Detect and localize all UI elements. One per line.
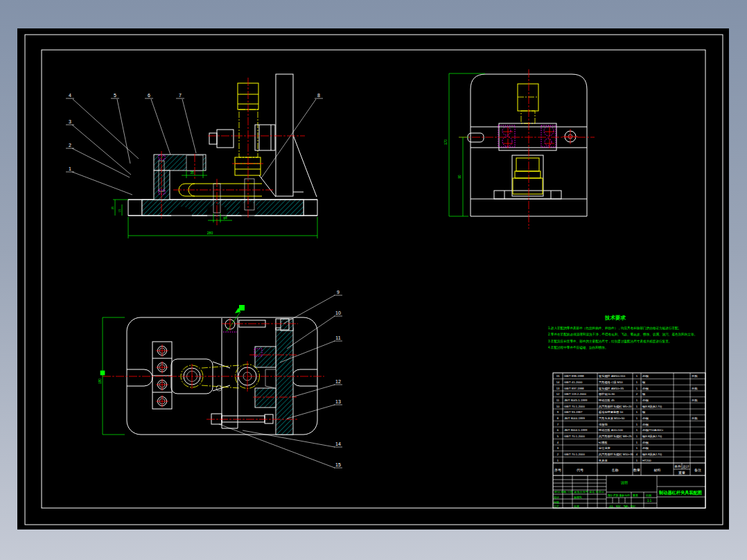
bom-cell: JB/T 8004.1-1999 [564, 428, 588, 432]
tech-line-3: 3.装配后应检查零件、部件的主要配合尺寸，特别是过盈配合尺寸及相关精度进行复查。 [548, 339, 671, 344]
bom-cell: GB/T 93-1987 [564, 410, 583, 414]
bom-cell: 移动压板 45 [599, 399, 615, 402]
callout-11: 11 [335, 335, 340, 340]
bom-cell: 钢 [642, 410, 645, 414]
bom-cell: 内六角圆柱头螺钉 M8×25 [599, 435, 632, 438]
drawing-title: 制动器杠杆夹具装配图 [658, 490, 702, 496]
bom-cell: 双头螺柱 AM10×110 [599, 374, 626, 378]
bom-cell: 连接轴 [599, 423, 608, 426]
callout-9: 9 [337, 290, 340, 295]
bom-cell: 45钢 [642, 374, 649, 378]
bom-header-name: 名称 [612, 468, 619, 472]
drawing-canvas: 4 5 6 7 8 3 2 1 [0, 0, 747, 560]
bom-cell: GB/T 897-1988 [564, 387, 584, 390]
callout-6: 6 [148, 93, 150, 98]
bom-cell: HT200 [642, 459, 651, 462]
callout-14: 14 [335, 441, 341, 446]
sheet-count: 共 张 第 张 [608, 505, 636, 508]
callout-3: 3 [69, 119, 71, 124]
approver-label: 批准 [574, 505, 579, 508]
bom-cell: 移动压板 A10×100 [599, 428, 623, 432]
bom-cell: 定位支座 [599, 446, 611, 450]
bom-cell: 45钢 [642, 441, 649, 444]
dim-front-height: 170 [444, 139, 448, 145]
dim-overall-width: 280 [207, 231, 213, 235]
callout-7: 7 [179, 93, 182, 98]
bom-header-weight: 重量 [678, 471, 685, 475]
scale-value: 1:1 [647, 499, 652, 502]
designer-label: 设计 [554, 496, 559, 499]
bom-cell: 45钢 [642, 423, 649, 426]
bom-cell: 钢8.8级(A2-70) [642, 405, 662, 408]
bom-cell: 45钢/T10A/40Cr [642, 428, 664, 432]
checker-label: 审核 [554, 500, 559, 504]
bom-cell: 45钢 [642, 446, 649, 450]
dim-pin: φ8 [223, 216, 227, 220]
dim-plan-width: 180 [98, 378, 102, 384]
bom-cell: 11 [556, 399, 560, 402]
bom-header-qty: 数量 [633, 468, 640, 472]
revision-row-labels: 标记 处数 分区 更改文件号 签名 年月日 [554, 490, 604, 493]
callout-4: 4 [69, 93, 71, 98]
dim-front-mid: 90 [458, 175, 462, 179]
callout-8: 8 [317, 93, 320, 98]
bom-cell: 圆柱销 6×30 [599, 392, 615, 396]
callout-10: 10 [335, 310, 341, 315]
bom-cell: GB/T 119.2-2000 [564, 392, 586, 396]
bom-cell: JB/T 8045.1-1999 [564, 399, 588, 402]
bom-cell: 14 [556, 380, 560, 384]
bom-cell: JB/T 8044-1999 [564, 417, 585, 420]
callout-13: 13 [335, 399, 341, 404]
bom-cell: GB/T 898-1988 [564, 374, 584, 378]
weight-label: 重量 [632, 493, 638, 497]
bom-cell: 钢8.8级(A2-70) [642, 453, 662, 456]
callout-15: 15 [335, 462, 341, 467]
tech-line-4: 4.装配过程中零件不应磕碰、划伤和锈蚀。 [548, 345, 608, 350]
bom-cell: 六角头支承 M10×50 [599, 417, 625, 420]
bom-header-remark: 备注 [694, 468, 701, 472]
bom-cell: 内六角圆柱头螺钉 M5×20 [599, 405, 632, 408]
callout-2: 2 [69, 143, 71, 148]
bom-cell: 钻模板 [598, 441, 608, 444]
bom-cell: GB/T 41-2000 [564, 380, 583, 384]
bom-cell: 15 [556, 374, 560, 378]
bom-cell: 45钢 [642, 387, 649, 390]
tech-line-2: 2.零件在装配前必须清理和清洗干净，不得有毛刺、飞边、氧化皮、锈蚀、切屑、油污、… [548, 332, 697, 337]
bom-cell: 六角螺母-C级 M10 [599, 380, 623, 384]
bom-header-code: 代号 [577, 468, 583, 472]
bom-cell: 10 [556, 405, 560, 408]
bom-cell: 夹具体 [599, 459, 608, 462]
cad-viewport: 4 5 6 7 8 3 2 1 [0, 0, 747, 560]
bom-cell: 钢8.8级(A2-70) [642, 435, 662, 438]
dim-base-height: 25 [111, 206, 114, 209]
bom-cell: 双头螺柱 AM10×35 [599, 387, 624, 390]
bom-cell: 45钢 [642, 399, 649, 402]
bom-cell: 内六角圆柱头螺钉 M10×35 [599, 453, 634, 456]
dim-step-height: 15 [118, 209, 121, 212]
bom-header-total: 总计 [683, 464, 689, 469]
callout-12: 12 [335, 379, 341, 384]
callout-5: 5 [114, 93, 116, 98]
bom-header-no: 序号 [554, 468, 561, 473]
tech-requirements-title: 技术要求 [604, 315, 626, 321]
note-cell: 说明 [620, 480, 628, 485]
dim-slot: 35 [190, 171, 194, 175]
tech-line-1: 1.进入装配的零件及部件（包括外购件、外协件），均应具有检验部门的合格证方能进行… [548, 326, 681, 331]
bom-header-material: 材料 [653, 468, 661, 473]
bom-cell: 钢 [642, 392, 645, 396]
bom-cell: 钢 [642, 380, 645, 384]
bom-header-unit: 单件 [674, 464, 681, 469]
bom-cell: 45钢 [642, 417, 649, 420]
bom-cell: GB/T 70.1-2000 [564, 405, 585, 408]
process-label: 工艺 [554, 505, 559, 508]
bom-cell: GB/T 70.1-2000 [564, 435, 585, 438]
bom-cell: 13 [556, 387, 560, 390]
bom-cell: GB/T 70.1-2000 [564, 453, 585, 456]
bom-cell: 12 [556, 392, 560, 396]
callout-1: 1 [69, 166, 71, 171]
